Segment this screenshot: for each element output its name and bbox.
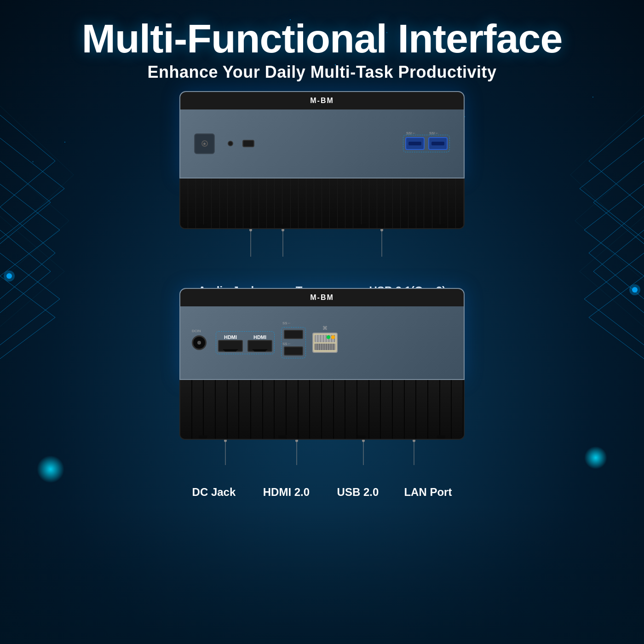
- lan-port-label: LAN Port: [404, 486, 452, 499]
- foot-b2: [278, 435, 287, 439]
- usb20-label: USB 2.0: [337, 486, 379, 499]
- foot-1: [199, 224, 207, 228]
- bottom-connector-lines: [179, 440, 465, 486]
- top-connector-lines: [179, 229, 465, 284]
- hdmi-group: HDMI HDMI: [216, 331, 275, 354]
- bottom-pc-vents: [179, 380, 465, 440]
- hdmi1-label: HDMI: [224, 334, 237, 340]
- top-device-wrapper: M-BM: [115, 91, 529, 297]
- bottom-port-labels: DC Jack HDMI 2.0 USB 2.0 LAN Port: [179, 486, 465, 499]
- bottom-pc-body: M-BM DCIN HDMI: [179, 288, 465, 380]
- top-device: M-BM: [179, 91, 465, 297]
- svg-point-7: [249, 229, 252, 231]
- svg-point-8: [282, 229, 284, 231]
- hdmi-port-1: HDMI: [218, 334, 243, 352]
- svg-point-16: [362, 440, 365, 442]
- bottom-pc-logo-strip: M-BM: [180, 289, 464, 306]
- foot-4: [437, 224, 445, 228]
- main-title: Multi-Functional Interface: [82, 18, 563, 59]
- bottom-pc-logo: M-BM: [310, 293, 334, 302]
- bottom-device: M-BM DCIN HDMI: [179, 288, 465, 499]
- usb31-group: SS!← SS!←: [403, 135, 450, 152]
- bottom-device-wrapper: M-BM DCIN HDMI: [115, 288, 529, 499]
- top-pc-body: M-BM: [179, 91, 465, 178]
- devices-section: M-BM: [0, 91, 644, 499]
- svg-point-14: [224, 440, 227, 442]
- top-pc-vents: [179, 178, 465, 229]
- usb20-group: SS← SS←: [281, 327, 306, 358]
- top-pc-logo: M-BM: [310, 97, 334, 105]
- dc-jack-port: [192, 335, 207, 350]
- dc-port: DCIN: [192, 335, 207, 350]
- header: Multi-Functional Interface Enhance Your …: [82, 0, 563, 82]
- dc-in-label: DCIN: [192, 329, 201, 333]
- typec-port: [242, 140, 254, 147]
- main-content: Multi-Functional Interface Enhance Your …: [0, 0, 644, 644]
- audio-jack-port: [226, 139, 235, 148]
- foot-b4: [437, 435, 445, 439]
- svg-point-17: [413, 440, 415, 442]
- top-pc-logo-strip: M-BM: [180, 92, 464, 109]
- foot-3: [357, 224, 366, 228]
- usb20-port-2: [284, 346, 303, 356]
- usb31-port-2: SS!←: [428, 137, 448, 150]
- dc-jack-label: DC Jack: [192, 486, 236, 499]
- top-pc-ports: SS!← SS!←: [180, 109, 464, 178]
- svg-point-15: [295, 440, 298, 442]
- svg-point-9: [380, 229, 383, 231]
- sub-title: Enhance Your Daily Multi-Task Productivi…: [82, 63, 563, 82]
- hdmi-label-text: HDMI 2.0: [261, 486, 311, 499]
- hdmi2-label: HDMI: [253, 334, 266, 340]
- bottom-pc-ports: DCIN HDMI HDMI: [180, 306, 464, 379]
- usb31-port-1: SS!←: [405, 137, 425, 150]
- foot-b3: [357, 435, 366, 439]
- lan-connector: [312, 333, 338, 353]
- hdmi-port-2: HDMI: [247, 334, 272, 352]
- usb20-port-1: [284, 330, 303, 339]
- foot-b1: [199, 435, 207, 439]
- lan-port: ⌘: [312, 333, 338, 353]
- foot-2: [278, 224, 287, 228]
- usb20-ports: SS←: [284, 330, 303, 356]
